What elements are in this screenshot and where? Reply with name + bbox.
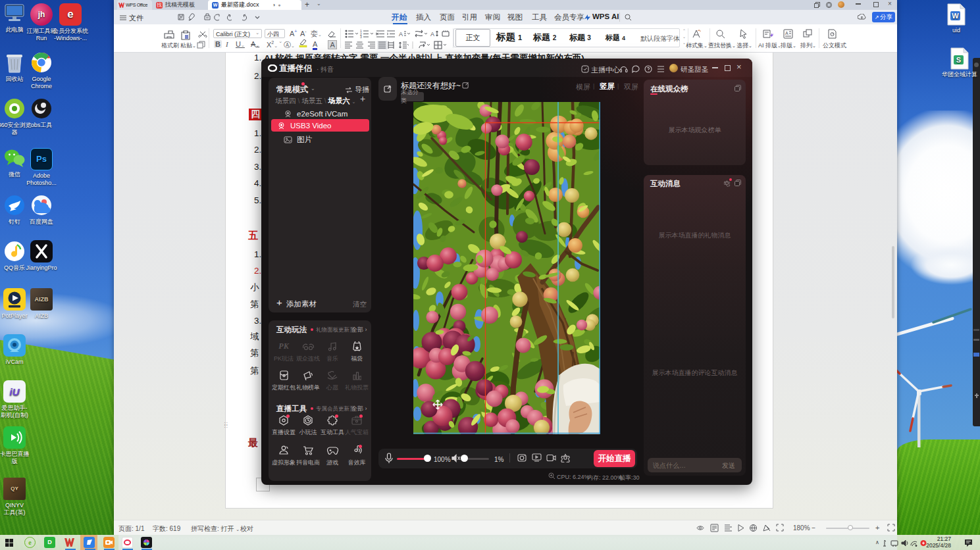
svg-text:iU: iU <box>10 386 20 397</box>
svg-text:A: A <box>430 31 434 38</box>
svg-text:A: A <box>399 31 403 38</box>
svg-text:W: W <box>952 12 959 20</box>
svg-text:3: 3 <box>360 35 362 38</box>
svg-text:A: A <box>785 31 788 36</box>
svg-text:S: S <box>956 56 961 64</box>
